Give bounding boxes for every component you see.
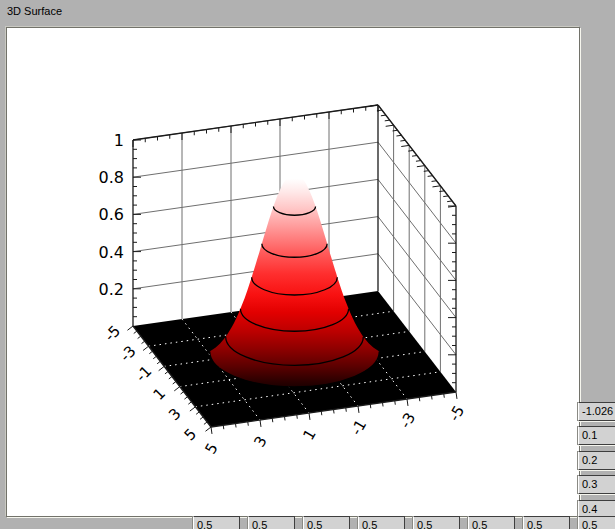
tick-label: -3 <box>396 410 419 432</box>
tick-label: 1 <box>114 131 124 150</box>
tick-label: 0.2 <box>99 280 124 299</box>
numeric-input[interactable]: 0.5 <box>468 516 515 529</box>
tick-label: 0.6 <box>99 205 124 224</box>
surface-3d-graph[interactable]: 10.80.60.40.2-5-3-1135531-1-3-5 <box>7 28 579 516</box>
numeric-input[interactable]: 0.5 <box>578 516 615 529</box>
numeric-input[interactable]: 0.5 <box>248 516 295 529</box>
numeric-input[interactable]: 0.2 <box>578 451 615 470</box>
tick-label: 5 <box>181 425 200 444</box>
tick-label: 5 <box>201 440 221 457</box>
numeric-input[interactable]: 0.5 <box>523 516 570 529</box>
numeric-input[interactable]: -1.026 <box>578 402 615 421</box>
plot-panel: 10.80.60.40.2-5-3-1135531-1-3-5 <box>6 27 580 517</box>
tick-label: 3 <box>250 433 270 450</box>
numeric-input[interactable]: 0.1 <box>578 426 615 445</box>
tick-label: -5 <box>101 322 124 345</box>
tick-label: 0.8 <box>99 168 124 187</box>
tick-label: -1 <box>132 362 155 385</box>
window-title: 3D Surface <box>7 5 62 17</box>
numeric-input[interactable]: 0.5 <box>413 516 460 529</box>
numeric-input[interactable]: 0.3 <box>578 475 615 494</box>
tick-label: 0.4 <box>99 243 124 262</box>
tick-label: 1 <box>299 426 319 443</box>
numeric-input[interactable]: 0.5 <box>193 516 240 529</box>
tick-label: -1 <box>347 417 370 439</box>
tick-label: -3 <box>116 342 139 365</box>
tick-label: 1 <box>150 384 169 403</box>
tick-label: 3 <box>165 405 184 424</box>
tick-label: -5 <box>445 403 468 425</box>
numeric-input[interactable]: 0.5 <box>358 516 405 529</box>
vi-front-panel: { "window": { "title": "3D Surface", "ba… <box>0 0 615 529</box>
numeric-input[interactable]: 0.5 <box>303 516 350 529</box>
